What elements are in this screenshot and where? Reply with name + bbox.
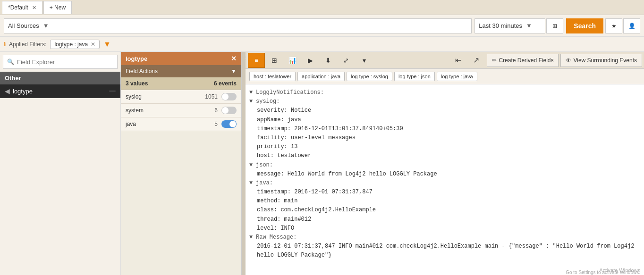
- tab-new[interactable]: + New: [43, 1, 72, 14]
- log-toggle-loggly[interactable]: ▼: [249, 88, 256, 97]
- tag-logtype-java[interactable]: log type : java: [437, 72, 477, 81]
- value-row-syslog: syslog 1051: [121, 90, 241, 104]
- log-section-loggly: ▼ LogglyNotifications:: [249, 88, 640, 97]
- log-section-java: ▼ java: timestamp: 2016-12-01 07:31:37,8…: [249, 179, 640, 233]
- source-select[interactable]: All Sources ▼: [4, 18, 98, 33]
- field-panel-title: logtype: [126, 55, 147, 62]
- logtype-label: logtype: [13, 88, 109, 95]
- tag-filters: host : teslatower application : java log…: [246, 69, 644, 84]
- search-button[interactable]: Search: [566, 18, 603, 33]
- tag-logtype-json[interactable]: log type : json: [394, 72, 435, 81]
- value-count-java: 5: [214, 121, 218, 127]
- play-button[interactable]: ▶: [302, 53, 319, 68]
- panel-separator[interactable]: ⋮⋮: [242, 52, 246, 275]
- chart-icon: 📊: [288, 57, 297, 64]
- log-toggle-raw[interactable]: ▼: [249, 233, 256, 242]
- share-button[interactable]: ↗: [467, 53, 484, 68]
- log-toggle-syslog[interactable]: ▼: [249, 97, 256, 106]
- view-surrounding-icon: 👁: [566, 57, 571, 64]
- value-toggle-syslog[interactable]: [221, 93, 237, 100]
- value-rows-container: syslog 1051 system 6 java 5: [121, 90, 241, 131]
- json-children: message: Hello World from Log4j2 hello L…: [257, 170, 640, 179]
- filter-tag-label: logtype : java: [54, 41, 88, 48]
- logtype-item[interactable]: ◀ logtype: [0, 84, 120, 98]
- field-panel-close-icon[interactable]: ✕: [231, 55, 237, 62]
- value-toggle-java[interactable]: [221, 120, 237, 128]
- value-count-syslog: 1051: [205, 93, 218, 100]
- toggle-switch-syslog[interactable]: [221, 93, 237, 100]
- star-button[interactable]: ★: [605, 18, 622, 33]
- grid-view-button[interactable]: ⊞: [546, 18, 563, 33]
- back-arrow-icon: ◀: [5, 87, 10, 95]
- more-icon: ▾: [363, 57, 366, 64]
- create-derived-button[interactable]: ✏ Create Derived Fields: [487, 54, 559, 67]
- search-input[interactable]: [98, 18, 472, 33]
- filter-bar: ℹ Applied Filters: logtype : java ✕ ▼: [0, 37, 644, 52]
- events-count-label: 6 events: [214, 80, 237, 87]
- field-actions-bar[interactable]: Field Actions ▼: [121, 65, 241, 77]
- field-actions-arrow-icon[interactable]: ▼: [231, 68, 237, 75]
- value-name-java: java: [126, 121, 214, 127]
- user-icon: 👤: [628, 23, 636, 29]
- value-row-java: java 5: [121, 117, 241, 131]
- left-panel: 🔍 Other ◀ logtype: [0, 52, 121, 275]
- raw-children: 2016-12-01 07:31:37,847 INFO main#012 co…: [257, 242, 640, 260]
- list-view-icon: ≡: [254, 57, 258, 64]
- toggle-switch-java[interactable]: [221, 120, 237, 128]
- values-count-label: 3 values: [126, 80, 148, 87]
- download-icon: ⬇: [325, 57, 331, 64]
- view-surrounding-button[interactable]: 👁 View Surrounding Events: [560, 54, 642, 67]
- view-surrounding-label: View Surrounding Events: [573, 57, 637, 64]
- extract-button[interactable]: ⇤: [449, 53, 466, 68]
- field-explorer-input[interactable]: [17, 58, 113, 66]
- tab-default-label: *Default: [8, 4, 28, 11]
- field-explorer-search[interactable]: 🔍: [3, 55, 118, 69]
- time-range-select[interactable]: Last 30 minutes ▼: [475, 18, 545, 33]
- toggle-knob-syslog: [222, 93, 229, 100]
- value-name-system: system: [126, 107, 214, 114]
- expand-button[interactable]: ⤢: [338, 53, 355, 68]
- value-toggle-system[interactable]: [221, 107, 237, 114]
- time-range-label: Last 30 minutes: [479, 22, 522, 29]
- tag-logtype-syslog[interactable]: log type : syslog: [347, 72, 392, 81]
- user-button[interactable]: 👤: [623, 18, 640, 33]
- tag-application-java[interactable]: application : java: [297, 72, 345, 81]
- play-icon: ▶: [308, 57, 313, 64]
- more-button[interactable]: ▾: [356, 53, 373, 68]
- tab-bar: *Default ✕ + New: [0, 0, 644, 15]
- main-content: 🔍 Other ◀ logtype logtype ✕ Field Action…: [0, 52, 644, 275]
- log-toggle-java[interactable]: ▼: [249, 179, 256, 188]
- filter-tag-close-icon[interactable]: ✕: [91, 41, 95, 48]
- toggle-switch-system[interactable]: [221, 107, 237, 114]
- search-bar: All Sources ▼ Last 30 minutes ▼ ⊞ Search…: [0, 15, 644, 37]
- grid-table-button[interactable]: ⊞: [266, 53, 283, 68]
- extract-icon: ⇤: [455, 56, 461, 65]
- create-derived-icon: ✏: [492, 57, 497, 64]
- list-view-button[interactable]: ≡: [248, 53, 265, 68]
- field-panel-header: logtype ✕: [121, 52, 241, 65]
- toggle-knob-java: [229, 121, 236, 127]
- source-select-arrow-icon: ▼: [43, 22, 49, 29]
- value-name-syslog: syslog: [126, 93, 205, 100]
- time-range-arrow-icon: ▼: [526, 22, 532, 29]
- log-toggle-json[interactable]: ▼: [249, 161, 256, 170]
- filter-expand-icon[interactable]: ▼: [103, 40, 111, 49]
- download-button[interactable]: ⬇: [320, 53, 337, 68]
- tab-default[interactable]: *Default ✕: [2, 1, 42, 14]
- tab-new-label: + New: [50, 4, 66, 11]
- field-panel: logtype ✕ Field Actions ▼ 3 values 6 eve…: [121, 52, 242, 275]
- star-icon: ★: [611, 23, 617, 29]
- chart-button[interactable]: 📊: [284, 53, 301, 68]
- field-actions-label: Field Actions: [126, 68, 158, 75]
- tab-default-close[interactable]: ✕: [32, 5, 36, 11]
- log-section-json: ▼ json: message: Hello World from Log4j2…: [249, 161, 640, 179]
- other-section-header: Other: [0, 72, 120, 84]
- go-to-settings-text: Go to Settings to activate Windows.: [566, 270, 640, 275]
- create-derived-label: Create Derived Fields: [499, 57, 553, 64]
- log-section-raw: ▼ Raw Message: 2016-12-01 07:31:37,847 I…: [249, 233, 640, 260]
- values-header: 3 values 6 events: [121, 77, 241, 90]
- logtype-count: [109, 91, 116, 92]
- syslog-children: severity: Notice appName: java timestamp…: [257, 106, 640, 160]
- tag-host-teslatower[interactable]: host : teslatower: [249, 72, 296, 81]
- filter-tag-logtype-java[interactable]: logtype : java ✕: [50, 40, 100, 49]
